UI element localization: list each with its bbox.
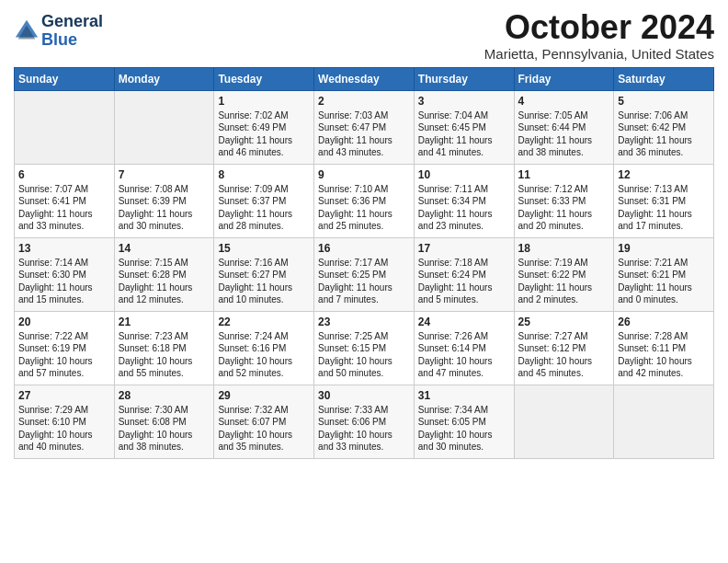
day-cell: 14Sunrise: 7:15 AMSunset: 6:28 PMDayligh…	[114, 237, 214, 311]
day-number: 27	[18, 388, 110, 403]
daylight-text: Daylight: 10 hours and 35 minutes.	[218, 430, 292, 453]
sunset-text: Sunset: 6:12 PM	[518, 343, 586, 353]
sunset-text: Sunset: 6:08 PM	[119, 417, 187, 427]
day-cell	[15, 90, 115, 164]
week-row-5: 27Sunrise: 7:29 AMSunset: 6:10 PMDayligh…	[15, 385, 714, 458]
day-number: 12	[618, 167, 710, 182]
day-cell: 9Sunrise: 7:10 AMSunset: 6:36 PMDaylight…	[314, 164, 415, 237]
day-number: 24	[418, 315, 510, 329]
day-cell	[614, 385, 714, 458]
sunrise-text: Sunrise: 7:28 AM	[618, 331, 688, 341]
sunset-text: Sunset: 6:11 PM	[618, 343, 686, 353]
sunset-text: Sunset: 6:24 PM	[418, 270, 486, 280]
daylight-text: Daylight: 11 hours and 10 minutes.	[218, 282, 292, 305]
day-cell: 18Sunrise: 7:19 AMSunset: 6:22 PMDayligh…	[514, 237, 614, 311]
daylight-text: Daylight: 10 hours and 47 minutes.	[418, 356, 493, 379]
day-cell: 8Sunrise: 7:09 AMSunset: 6:37 PMDaylight…	[214, 164, 314, 237]
sunset-text: Sunset: 6:42 PM	[618, 122, 686, 132]
sunset-text: Sunset: 6:15 PM	[318, 343, 386, 353]
day-number: 15	[218, 241, 310, 256]
sunrise-text: Sunrise: 7:07 AM	[18, 184, 88, 194]
sunset-text: Sunset: 6:49 PM	[218, 122, 286, 132]
day-number: 21	[119, 315, 210, 329]
sunrise-text: Sunrise: 7:24 AM	[218, 331, 288, 341]
day-number: 5	[618, 94, 710, 109]
day-cell: 25Sunrise: 7:27 AMSunset: 6:12 PMDayligh…	[514, 311, 614, 385]
week-row-2: 6Sunrise: 7:07 AMSunset: 6:41 PMDaylight…	[15, 164, 714, 237]
sunset-text: Sunset: 6:47 PM	[318, 122, 386, 132]
sunrise-text: Sunrise: 7:27 AM	[518, 331, 588, 341]
sunset-text: Sunset: 6:41 PM	[18, 196, 86, 206]
sunset-text: Sunset: 6:45 PM	[418, 122, 486, 132]
daylight-text: Daylight: 10 hours and 57 minutes.	[18, 356, 93, 379]
daylight-text: Daylight: 10 hours and 55 minutes.	[119, 356, 193, 379]
day-number: 22	[218, 315, 310, 329]
day-number: 18	[518, 241, 610, 256]
sunrise-text: Sunrise: 7:19 AM	[518, 258, 588, 268]
day-cell	[114, 90, 214, 164]
sunrise-text: Sunrise: 7:13 AM	[618, 184, 688, 194]
month-title: October 2024	[484, 9, 714, 46]
sunrise-text: Sunrise: 7:18 AM	[418, 258, 488, 268]
day-number: 17	[418, 241, 510, 256]
sunrise-text: Sunrise: 7:26 AM	[418, 331, 488, 341]
day-cell: 1Sunrise: 7:02 AMSunset: 6:49 PMDaylight…	[214, 90, 314, 164]
day-number: 9	[318, 167, 410, 182]
sunrise-text: Sunrise: 7:21 AM	[618, 258, 688, 268]
daylight-text: Daylight: 11 hours and 23 minutes.	[418, 209, 493, 232]
daylight-text: Daylight: 11 hours and 41 minutes.	[418, 135, 493, 158]
sunset-text: Sunset: 6:18 PM	[119, 343, 187, 353]
day-cell: 29Sunrise: 7:32 AMSunset: 6:07 PMDayligh…	[214, 385, 314, 458]
daylight-text: Daylight: 11 hours and 43 minutes.	[318, 135, 392, 158]
daylight-text: Daylight: 11 hours and 0 minutes.	[618, 282, 692, 305]
sunrise-text: Sunrise: 7:14 AM	[18, 258, 88, 268]
daylight-text: Daylight: 10 hours and 52 minutes.	[218, 356, 292, 379]
day-cell: 21Sunrise: 7:23 AMSunset: 6:18 PMDayligh…	[114, 311, 214, 385]
daylight-text: Daylight: 11 hours and 46 minutes.	[218, 135, 292, 158]
sunrise-text: Sunrise: 7:22 AM	[18, 331, 88, 341]
sunrise-text: Sunrise: 7:34 AM	[418, 405, 488, 415]
week-row-3: 13Sunrise: 7:14 AMSunset: 6:30 PMDayligh…	[15, 237, 714, 311]
day-number: 13	[18, 241, 110, 256]
sunrise-text: Sunrise: 7:33 AM	[318, 405, 388, 415]
daylight-text: Daylight: 10 hours and 40 minutes.	[18, 430, 93, 453]
sunset-text: Sunset: 6:22 PM	[518, 270, 586, 280]
day-number: 20	[18, 315, 110, 329]
sunrise-text: Sunrise: 7:23 AM	[119, 331, 188, 341]
day-number: 31	[418, 388, 510, 403]
week-row-1: 1Sunrise: 7:02 AMSunset: 6:49 PMDaylight…	[15, 90, 714, 164]
weekday-header-sunday: Sunday	[15, 67, 115, 90]
day-cell: 2Sunrise: 7:03 AMSunset: 6:47 PMDaylight…	[314, 90, 415, 164]
calendar-table: SundayMondayTuesdayWednesdayThursdayFrid…	[14, 67, 714, 459]
day-cell: 24Sunrise: 7:26 AMSunset: 6:14 PMDayligh…	[414, 311, 514, 385]
daylight-text: Daylight: 10 hours and 38 minutes.	[119, 430, 193, 453]
sunrise-text: Sunrise: 7:04 AM	[418, 110, 488, 121]
sunset-text: Sunset: 6:36 PM	[318, 196, 386, 206]
sunrise-text: Sunrise: 7:03 AM	[318, 110, 388, 121]
day-cell: 30Sunrise: 7:33 AMSunset: 6:06 PMDayligh…	[314, 385, 415, 458]
day-cell: 6Sunrise: 7:07 AMSunset: 6:41 PMDaylight…	[15, 164, 115, 237]
day-cell: 20Sunrise: 7:22 AMSunset: 6:19 PMDayligh…	[15, 311, 115, 385]
day-cell: 13Sunrise: 7:14 AMSunset: 6:30 PMDayligh…	[15, 237, 115, 311]
day-number: 2	[318, 94, 410, 109]
daylight-text: Daylight: 10 hours and 42 minutes.	[618, 356, 692, 379]
sunset-text: Sunset: 6:10 PM	[18, 417, 86, 427]
day-cell: 19Sunrise: 7:21 AMSunset: 6:21 PMDayligh…	[614, 237, 714, 311]
daylight-text: Daylight: 11 hours and 20 minutes.	[518, 209, 593, 232]
day-number: 23	[318, 315, 410, 329]
day-cell: 26Sunrise: 7:28 AMSunset: 6:11 PMDayligh…	[614, 311, 714, 385]
daylight-text: Daylight: 10 hours and 45 minutes.	[518, 356, 593, 379]
weekday-header-tuesday: Tuesday	[214, 67, 314, 90]
sunrise-text: Sunrise: 7:05 AM	[518, 110, 588, 121]
daylight-text: Daylight: 11 hours and 2 minutes.	[518, 282, 593, 305]
daylight-text: Daylight: 10 hours and 50 minutes.	[318, 356, 392, 379]
day-cell: 4Sunrise: 7:05 AMSunset: 6:44 PMDaylight…	[514, 90, 614, 164]
daylight-text: Daylight: 10 hours and 33 minutes.	[318, 430, 392, 453]
day-cell: 5Sunrise: 7:06 AMSunset: 6:42 PMDaylight…	[614, 90, 714, 164]
sunrise-text: Sunrise: 7:12 AM	[518, 184, 588, 194]
day-cell: 27Sunrise: 7:29 AMSunset: 6:10 PMDayligh…	[15, 385, 115, 458]
page-container: General Blue October 2024 Marietta, Penn…	[0, 0, 728, 464]
day-cell: 12Sunrise: 7:13 AMSunset: 6:31 PMDayligh…	[614, 164, 714, 237]
daylight-text: Daylight: 11 hours and 25 minutes.	[318, 209, 392, 232]
day-cell: 15Sunrise: 7:16 AMSunset: 6:27 PMDayligh…	[214, 237, 314, 311]
